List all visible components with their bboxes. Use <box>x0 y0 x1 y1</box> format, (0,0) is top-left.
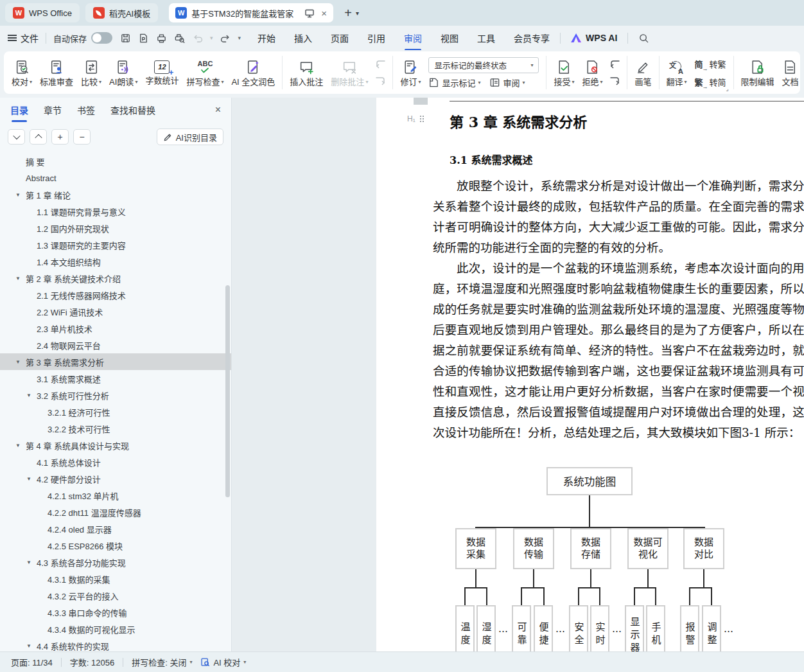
search-icon[interactable] <box>638 33 649 44</box>
next-comment-icon[interactable] <box>374 75 387 87</box>
simplified-to-traditional-button[interactable]: 简→ 转繁 <box>695 58 726 70</box>
diagram-leaf[interactable]: 安全 <box>569 605 588 651</box>
traditional-to-simplified-button[interactable]: 繁→ 转简 <box>695 76 726 88</box>
next-change-icon[interactable] <box>609 75 621 87</box>
toc-item[interactable]: 摘 要 <box>0 153 231 170</box>
redo-icon[interactable] <box>220 33 231 44</box>
toc-item[interactable]: 1.2 国内外研究现状 <box>0 220 231 236</box>
diagram-leaf[interactable]: 湿度 <box>476 605 496 651</box>
diagram-leaf[interactable]: 手机 <box>646 605 665 651</box>
toc-item[interactable]: ▼3.2 系统可行性分析 <box>0 387 231 403</box>
autosave-toggle[interactable] <box>91 32 112 44</box>
menu-insert[interactable]: 插入 <box>294 31 312 44</box>
close-tab-icon[interactable]: × <box>321 8 327 19</box>
hamburger-icon[interactable] <box>8 35 17 41</box>
toc-item[interactable]: 2.1 无线传感器网络技术 <box>0 287 231 303</box>
tab-list-chevron-icon[interactable]: ▾ <box>356 10 359 17</box>
toc-item[interactable]: 2.4 物联网云平台 <box>0 337 231 353</box>
tab-find-replace[interactable]: 查找和替换 <box>110 103 155 116</box>
undo-history-chevron-icon[interactable]: ▾ <box>210 35 213 41</box>
delete-comment-button[interactable]: 删除批注▾ <box>327 53 372 93</box>
file-menu[interactable]: 文件 <box>21 31 39 44</box>
diagram-leaf[interactable]: 便捷 <box>534 605 553 651</box>
new-tab-icon[interactable]: + <box>344 6 352 21</box>
diagram-box-store[interactable]: 数据 存储 <box>570 528 611 569</box>
toc-item[interactable]: 3.1 系统需求概述 <box>0 370 231 387</box>
toc-item[interactable]: 4.1 系统总体设计 <box>0 454 231 470</box>
undo-icon[interactable] <box>192 33 203 44</box>
close-sidebar-icon[interactable]: × <box>215 104 221 116</box>
toc-item[interactable]: ▼第 4 章 系统具体设计与实现 <box>0 437 231 454</box>
menu-tools[interactable]: 工具 <box>477 31 495 44</box>
toc-item[interactable]: 4.3.2 云平台的接入 <box>0 587 231 604</box>
next-heading-button[interactable] <box>8 129 25 145</box>
toc-item[interactable]: 4.2.4 oled 显示器 <box>0 520 231 537</box>
standard-review-button[interactable]: 标准审查 <box>36 53 77 93</box>
toc-item[interactable]: ▼4.3 系统各部分功能实现 <box>0 554 231 570</box>
toc-item[interactable]: Abstract <box>0 170 231 186</box>
spell-check-button[interactable]: ABC 拼写检查▾ <box>182 53 227 93</box>
menu-view[interactable]: 视图 <box>441 31 459 44</box>
toc-item[interactable]: 1.1 课题研究背景与意义 <box>0 203 231 220</box>
diagram-leaf[interactable]: 温度 <box>455 605 475 651</box>
tab-contents[interactable]: 目录 <box>10 103 28 116</box>
document-permission-button[interactable]: 文档 <box>778 53 800 93</box>
menu-page[interactable]: 页面 <box>331 31 349 44</box>
reject-change-button[interactable]: 拒绝▾ <box>578 53 606 93</box>
menu-reference[interactable]: 引用 <box>367 31 385 44</box>
collapse-arrow-icon[interactable]: ▼ <box>15 276 21 281</box>
spell-check-status[interactable]: 拼写检查: 关闭 ▾ <box>132 656 192 668</box>
toc-item[interactable]: 3.2.2 技术可行性 <box>0 420 231 437</box>
toc-item-selected[interactable]: ▼第 3 章 系统需求分析 <box>0 353 231 370</box>
tab-docer-template[interactable]: 稻壳AI模板 <box>85 3 158 22</box>
tab-chapters[interactable]: 章节 <box>44 103 62 116</box>
diagram-leaf[interactable]: 调整 <box>702 605 721 651</box>
collapse-arrow-icon[interactable]: ▼ <box>15 443 21 448</box>
toc-item[interactable]: 2.2 WiFi 通讯技术 <box>0 303 231 320</box>
proofread-button[interactable]: 校对▾ <box>8 53 36 93</box>
accept-change-button[interactable]: 接受▾ <box>550 53 578 93</box>
previous-heading-button[interactable] <box>30 129 47 145</box>
enter-fullscreen-icon[interactable] <box>304 8 315 18</box>
track-changes-button[interactable]: 修订▾ <box>396 53 424 93</box>
toc-item[interactable]: 1.3 课题研究的主要内容 <box>0 236 231 253</box>
diagram-box-compare[interactable]: 数据 对比 <box>683 528 724 569</box>
collapse-arrow-icon[interactable]: ▼ <box>26 476 31 482</box>
toc-item[interactable]: 4.3.3 串口命令的传输 <box>0 604 231 621</box>
compare-button[interactable]: 比较▾ <box>77 53 105 93</box>
toc-item[interactable]: ▼4.4 系统软件的实现 <box>0 637 231 651</box>
toc-item[interactable]: ▼第 2 章 系统关键技术介绍 <box>0 270 231 287</box>
tab-bookmarks[interactable]: 书签 <box>77 103 95 116</box>
toc-item[interactable]: 4.2.1 stm32 单片机 <box>0 487 231 504</box>
toc-item[interactable]: 4.3.4 数据的可视化显示 <box>0 621 231 637</box>
export-pdf-icon[interactable] <box>138 33 149 44</box>
diagram-box-transmit[interactable]: 数据 传输 <box>513 528 554 569</box>
redo-history-chevron-icon[interactable]: ▾ <box>238 35 241 41</box>
word-count-button[interactable]: 12+ 字数统计 <box>141 53 182 93</box>
previous-comment-icon[interactable] <box>374 58 387 71</box>
diagram-leaf[interactable]: 可靠 <box>512 605 531 651</box>
restrict-editing-button[interactable]: 限制编辑 <box>737 53 778 93</box>
ai-proofread-status[interactable]: AI 校对 ▾ <box>200 656 246 668</box>
toc-item[interactable]: 4.3.1 数据的采集 <box>0 570 231 587</box>
tab-wps-home[interactable]: W WPS Office <box>5 3 80 22</box>
menu-review-active[interactable]: 审阅 <box>404 31 422 44</box>
ai-read-aloud-button[interactable]: AI朗读▾ <box>105 53 141 93</box>
insert-comment-button[interactable]: 插入批注 <box>286 53 327 93</box>
markup-state-select[interactable]: 显示标记的最终状态 ▾ <box>428 57 539 73</box>
review-pane-button[interactable]: 审阅 ▾ <box>489 76 525 89</box>
show-markup-button[interactable]: 显示标记 ▾ <box>428 76 480 89</box>
toc-item[interactable]: ▼第 1 章 绪论 <box>0 186 231 203</box>
toc-item[interactable]: ▼4.2 硬件部分设计 <box>0 470 231 487</box>
diagram-box-collect[interactable]: 数据 采集 <box>455 528 496 569</box>
toc-item[interactable]: 3.2.1 经济可行性 <box>0 403 231 420</box>
menu-start[interactable]: 开始 <box>258 31 275 44</box>
diagram-leaf[interactable]: 报警 <box>680 605 699 651</box>
toc-item[interactable]: 4.2.2 dht11 温湿度传感器 <box>0 504 231 520</box>
dialog-launcher-icon[interactable]: ⌟ <box>726 85 728 92</box>
collapse-arrow-icon[interactable]: ▼ <box>26 643 31 649</box>
tab-document-active[interactable]: W 基于STM32的智能盆栽管家 × <box>169 3 333 22</box>
collapse-arrow-icon[interactable]: ▼ <box>15 359 21 365</box>
page-indicator[interactable]: 页面: 11/34 <box>11 656 53 668</box>
collapse-all-button[interactable]: − <box>73 129 91 145</box>
